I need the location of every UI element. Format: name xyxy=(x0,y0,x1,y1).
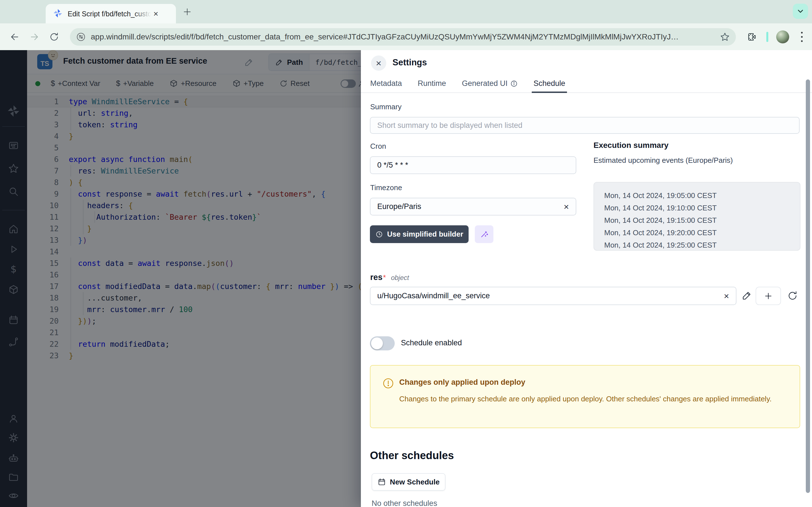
execution-event: Mon, 14 Oct 2024, 19:10:00 CEST xyxy=(604,202,800,214)
clear-timezone-icon[interactable]: × xyxy=(564,202,569,211)
execution-event: Mon, 14 Oct 2024, 19:05:00 CEST xyxy=(604,189,800,202)
site-info-icon[interactable] xyxy=(76,32,86,42)
timezone-value: Europe/Paris xyxy=(377,202,421,211)
tab-list-chevron-icon[interactable] xyxy=(793,4,808,19)
bookmark-star-icon[interactable] xyxy=(720,32,730,42)
calendar-icon xyxy=(377,478,386,486)
url-text[interactable]: app.windmill.dev/scripts/edit/f/bd/fetch… xyxy=(91,33,716,41)
tab-runtime[interactable]: Runtime xyxy=(418,75,446,93)
modal-dim-overlay xyxy=(0,50,361,507)
resource-value: u/HugoCasa/windmill_ee_service xyxy=(377,291,490,300)
edit-resource-pencil-icon[interactable] xyxy=(742,290,752,301)
use-simplified-builder-label: Use simplified builder xyxy=(387,230,463,238)
summary-input[interactable]: Short summary to be displayed when liste… xyxy=(370,117,800,134)
timezone-input[interactable]: Europe/Paris × xyxy=(370,198,576,216)
forward-icon[interactable] xyxy=(29,32,40,42)
settings-title: Settings xyxy=(393,57,427,68)
res-field-name: res xyxy=(370,273,383,282)
tab-label: Runtime xyxy=(418,79,446,88)
tab-schedule[interactable]: Schedule xyxy=(534,75,565,93)
panel-scrollbar[interactable] xyxy=(806,79,810,493)
add-resource-plus-button[interactable] xyxy=(756,287,781,305)
tab-label: Generated UI xyxy=(462,79,507,88)
other-schedules-title: Other schedules xyxy=(370,450,454,462)
warning-title: Changes only applied upon deploy xyxy=(399,378,525,387)
use-simplified-builder-button[interactable]: Use simplified builder xyxy=(370,225,469,243)
execution-summary-subtitle: Estimated upcoming events (Europe/Paris) xyxy=(594,156,733,165)
new-schedule-button[interactable]: New Schedule xyxy=(371,473,446,491)
tab-label: Metadata xyxy=(370,79,402,88)
new-tab-icon[interactable] xyxy=(183,7,192,16)
execution-event: Mon, 14 Oct 2024, 19:25:00 CEST xyxy=(604,239,800,251)
tab-title: Edit Script f/bd/fetch_customer xyxy=(68,10,151,18)
active-extension-indicator xyxy=(766,32,768,42)
back-icon[interactable] xyxy=(10,32,20,42)
res-field-header: res * object xyxy=(370,273,409,282)
summary-placeholder: Short summary to be displayed when liste… xyxy=(377,121,522,130)
timezone-label: Timezone xyxy=(370,183,402,192)
schedule-enabled-toggle[interactable] xyxy=(370,336,395,350)
browser-tab[interactable]: Edit Script f/bd/fetch_customer × xyxy=(46,4,176,24)
magic-wand-icon xyxy=(479,230,489,239)
url-bar[interactable]: app.windmill.dev/scripts/edit/f/bd/fetch… xyxy=(70,28,736,46)
tab-metadata[interactable]: Metadata xyxy=(370,75,402,93)
close-icon[interactable]: × xyxy=(371,55,386,71)
new-schedule-label: New Schedule xyxy=(390,478,440,487)
clear-resource-icon[interactable]: × xyxy=(724,291,729,300)
browser-navbar: app.windmill.dev/scripts/edit/f/bd/fetch… xyxy=(0,23,812,50)
reload-icon[interactable] xyxy=(49,32,59,42)
schedule-enabled-label: Schedule enabled xyxy=(401,339,462,347)
info-icon[interactable] xyxy=(510,80,518,87)
ai-cron-button[interactable] xyxy=(475,225,493,243)
res-field-type: object xyxy=(391,274,409,282)
required-marker: * xyxy=(383,273,386,282)
refresh-resource-icon[interactable] xyxy=(787,290,798,301)
clock-icon xyxy=(375,230,383,238)
close-tab-icon[interactable]: × xyxy=(153,10,158,18)
settings-drawer: × Settings MetadataRuntimeGenerated UISc… xyxy=(361,50,812,507)
tab-label: Schedule xyxy=(534,79,565,88)
execution-event: Mon, 14 Oct 2024, 19:20:00 CEST xyxy=(604,226,800,239)
cron-label: Cron xyxy=(370,142,386,151)
browser-menu-icon[interactable] xyxy=(801,32,803,42)
summary-label: Summary xyxy=(370,103,402,111)
warning-icon xyxy=(382,378,394,389)
profile-avatar[interactable] xyxy=(776,31,789,43)
execution-events-box: Mon, 14 Oct 2024, 19:05:00 CESTMon, 14 O… xyxy=(594,182,801,251)
settings-tabs: MetadataRuntimeGenerated UISchedule xyxy=(361,75,812,93)
no-other-schedules-text: No other schedules xyxy=(371,499,437,507)
windmill-favicon xyxy=(53,8,63,19)
execution-event: Mon, 14 Oct 2024, 19:15:00 CEST xyxy=(604,214,800,226)
deploy-warning-box: Changes only applied upon deploy Changes… xyxy=(370,365,800,428)
warning-body: Changes to the primary schedule are only… xyxy=(399,393,785,405)
browser-chrome: Edit Script f/bd/fetch_customer × app.wi… xyxy=(0,0,812,50)
cron-value: 0 */5 * * * xyxy=(377,161,408,170)
resource-input[interactable]: u/HugoCasa/windmill_ee_service × xyxy=(370,287,737,305)
cron-input[interactable]: 0 */5 * * * xyxy=(370,156,576,174)
execution-summary-title: Execution summary xyxy=(594,141,668,150)
extensions-puzzle-icon[interactable] xyxy=(747,32,757,42)
tab-generated-ui[interactable]: Generated UI xyxy=(462,75,518,93)
tab-strip: Edit Script f/bd/fetch_customer × xyxy=(0,0,812,23)
